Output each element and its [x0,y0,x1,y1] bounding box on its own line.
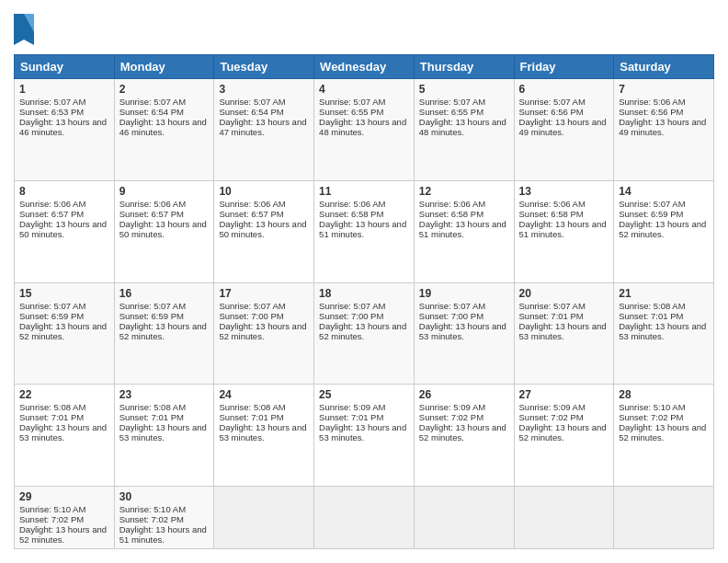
day-number: 20 [519,287,609,300]
table-row: 4 Sunrise: 5:07 AM Sunset: 6:55 PM Dayli… [314,79,415,181]
day-number: 13 [519,185,609,198]
daylight-label: Daylight: 13 hours and 46 minutes. [19,117,107,137]
sunrise-label: Sunrise: 5:06 AM [619,97,685,107]
day-number: 23 [119,388,210,401]
daylight-label: Daylight: 13 hours and 50 minutes. [119,219,207,239]
table-row: 30 Sunrise: 5:10 AM Sunset: 7:02 PM Dayl… [114,487,214,549]
day-number: 30 [119,490,210,503]
day-number: 14 [619,185,709,198]
sunset-label: Sunset: 7:02 PM [619,412,683,422]
day-number: 9 [119,185,210,198]
calendar-week-row: 1 Sunrise: 5:07 AM Sunset: 6:53 PM Dayli… [15,79,714,181]
daylight-label: Daylight: 13 hours and 53 minutes. [219,422,306,442]
day-number: 17 [219,287,309,300]
sunrise-label: Sunrise: 5:10 AM [619,402,685,412]
sunrise-label: Sunrise: 5:07 AM [19,301,85,311]
day-number: 22 [19,388,109,401]
table-row: 18 Sunrise: 5:07 AM Sunset: 7:00 PM Dayl… [314,282,415,385]
sunset-label: Sunset: 6:58 PM [419,209,483,219]
daylight-label: Daylight: 13 hours and 52 minutes. [419,422,506,442]
col-sunday: Sunday [15,55,115,79]
daylight-label: Daylight: 13 hours and 49 minutes. [519,117,607,137]
table-row: 24 Sunrise: 5:08 AM Sunset: 7:01 PM Dayl… [214,385,314,487]
sunset-label: Sunset: 7:01 PM [619,311,683,321]
sunrise-label: Sunrise: 5:06 AM [19,199,85,209]
daylight-label: Daylight: 13 hours and 51 minutes. [519,219,607,239]
daylight-label: Daylight: 13 hours and 50 minutes. [219,219,306,239]
sunset-label: Sunset: 6:53 PM [19,107,84,117]
logo [14,14,34,45]
table-row: 3 Sunrise: 5:07 AM Sunset: 6:54 PM Dayli… [214,79,314,181]
table-row: 16 Sunrise: 5:07 AM Sunset: 6:59 PM Dayl… [114,282,214,385]
sunrise-label: Sunrise: 5:06 AM [319,199,385,209]
sunset-label: Sunset: 7:01 PM [319,412,383,422]
sunset-label: Sunset: 7:01 PM [219,412,283,422]
sunrise-label: Sunrise: 5:10 AM [19,504,85,514]
sunrise-label: Sunrise: 5:06 AM [119,199,186,209]
calendar-week-row: 22 Sunrise: 5:08 AM Sunset: 7:01 PM Dayl… [15,385,714,487]
daylight-label: Daylight: 13 hours and 50 minutes. [19,219,107,239]
sunset-label: Sunset: 6:55 PM [419,107,483,117]
day-number: 19 [419,287,509,300]
table-row: 28 Sunrise: 5:10 AM Sunset: 7:02 PM Dayl… [614,385,714,487]
sunset-label: Sunset: 6:54 PM [119,107,184,117]
sunrise-label: Sunrise: 5:08 AM [219,402,285,412]
day-number: 1 [19,83,109,96]
table-row: 13 Sunrise: 5:06 AM Sunset: 6:58 PM Dayl… [514,180,614,282]
sunset-label: Sunset: 7:01 PM [519,311,584,321]
col-monday: Monday [114,55,214,79]
sunset-label: Sunset: 7:02 PM [119,514,184,524]
sunset-label: Sunset: 6:57 PM [19,209,84,219]
daylight-label: Daylight: 13 hours and 48 minutes. [419,117,506,137]
table-row: 1 Sunrise: 5:07 AM Sunset: 6:53 PM Dayli… [15,79,115,181]
calendar-week-row: 8 Sunrise: 5:06 AM Sunset: 6:57 PM Dayli… [15,180,714,282]
day-number: 24 [219,388,309,401]
daylight-label: Daylight: 13 hours and 49 minutes. [619,117,706,137]
day-number: 8 [19,185,109,198]
table-row: 21 Sunrise: 5:08 AM Sunset: 7:01 PM Dayl… [614,282,714,385]
sunrise-label: Sunrise: 5:07 AM [319,97,385,107]
day-number: 7 [619,83,709,96]
daylight-label: Daylight: 13 hours and 52 minutes. [119,321,207,341]
calendar-week-row: 15 Sunrise: 5:07 AM Sunset: 6:59 PM Dayl… [15,282,714,385]
sunrise-label: Sunrise: 5:10 AM [119,504,186,514]
table-row: 2 Sunrise: 5:07 AM Sunset: 6:54 PM Dayli… [114,79,214,181]
sunset-label: Sunset: 6:59 PM [19,311,84,321]
day-number: 28 [619,388,709,401]
table-row: 11 Sunrise: 5:06 AM Sunset: 6:58 PM Dayl… [314,180,415,282]
sunrise-label: Sunrise: 5:09 AM [519,402,586,412]
sunset-label: Sunset: 6:57 PM [219,209,283,219]
sunrise-label: Sunrise: 5:08 AM [119,402,186,412]
sunset-label: Sunset: 6:58 PM [519,209,584,219]
day-number: 11 [319,185,409,198]
sunrise-label: Sunrise: 5:06 AM [519,199,586,209]
day-number: 15 [19,287,109,300]
daylight-label: Daylight: 13 hours and 52 minutes. [619,422,706,442]
sunrise-label: Sunrise: 5:07 AM [319,301,385,311]
daylight-label: Daylight: 13 hours and 52 minutes. [19,524,107,545]
sunrise-label: Sunrise: 5:09 AM [419,402,485,412]
daylight-label: Daylight: 13 hours and 46 minutes. [119,117,207,137]
day-number: 2 [119,83,210,96]
sunset-label: Sunset: 7:01 PM [119,412,184,422]
day-number: 12 [419,185,509,198]
day-number: 26 [419,388,509,401]
col-thursday: Thursday [414,55,514,79]
table-row: 25 Sunrise: 5:09 AM Sunset: 7:01 PM Dayl… [314,385,415,487]
sunset-label: Sunset: 6:59 PM [619,209,683,219]
daylight-label: Daylight: 13 hours and 51 minutes. [319,219,406,239]
col-friday: Friday [514,55,614,79]
daylight-label: Daylight: 13 hours and 52 minutes. [219,321,306,341]
sunset-label: Sunset: 7:02 PM [19,514,84,524]
table-row [214,487,314,549]
daylight-label: Daylight: 13 hours and 53 minutes. [419,321,506,341]
table-row: 26 Sunrise: 5:09 AM Sunset: 7:02 PM Dayl… [414,385,514,487]
sunset-label: Sunset: 7:00 PM [419,311,483,321]
sunrise-label: Sunrise: 5:07 AM [119,301,186,311]
sunrise-label: Sunrise: 5:08 AM [19,402,85,412]
table-row: 27 Sunrise: 5:09 AM Sunset: 7:02 PM Dayl… [514,385,614,487]
table-row: 9 Sunrise: 5:06 AM Sunset: 6:57 PM Dayli… [114,180,214,282]
day-number: 6 [519,83,609,96]
daylight-label: Daylight: 13 hours and 51 minutes. [119,524,207,545]
daylight-label: Daylight: 13 hours and 53 minutes. [519,321,607,341]
